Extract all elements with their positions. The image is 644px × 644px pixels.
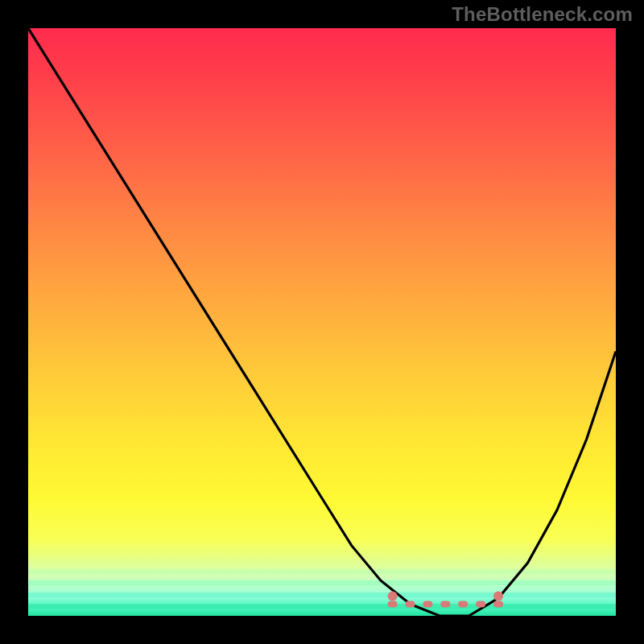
curve-line — [28, 28, 616, 616]
flat-marker — [423, 601, 432, 607]
flat-end-dot — [388, 591, 398, 601]
flat-marker — [493, 601, 503, 607]
plot-area — [28, 28, 616, 616]
flat-marker — [406, 601, 415, 607]
flat-marker — [476, 601, 485, 607]
flat-end-dot — [493, 591, 503, 601]
flat-marker — [458, 601, 468, 607]
chart-frame: TheBottleneck.com — [0, 0, 644, 644]
flat-marker — [440, 601, 450, 607]
flat-marker — [388, 601, 398, 607]
attribution-label: TheBottleneck.com — [452, 3, 633, 26]
bottleneck-curve — [28, 28, 616, 616]
